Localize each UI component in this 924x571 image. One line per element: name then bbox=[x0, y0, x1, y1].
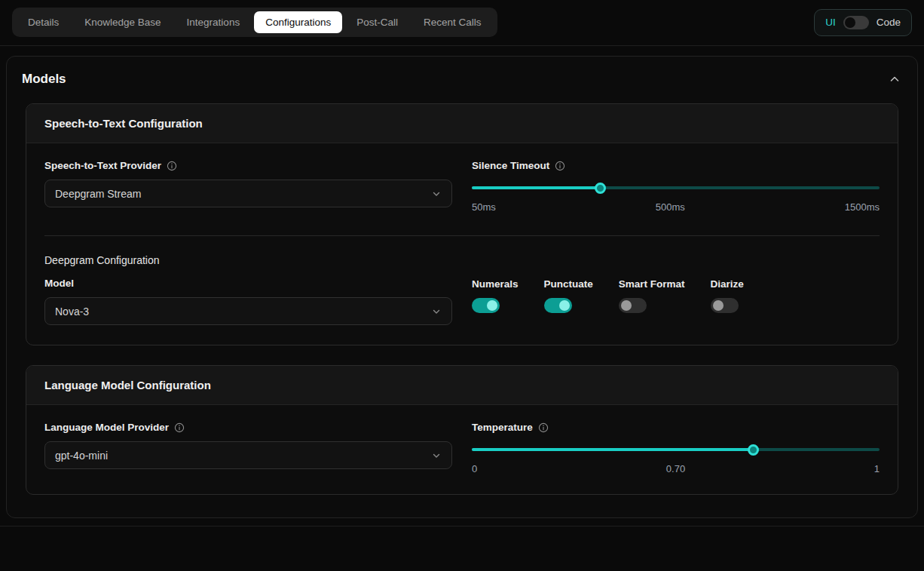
tab-bar: Details Knowledge Base Integrations Conf… bbox=[12, 8, 497, 37]
numerals-switch[interactable] bbox=[472, 298, 500, 313]
scale-mid: 500ms bbox=[656, 201, 685, 213]
stt-provider-select[interactable]: Deepgram Stream bbox=[44, 180, 452, 207]
stt-card-body: Speech-to-Text Provider Deepgram Stream bbox=[26, 143, 898, 345]
switch-knob bbox=[487, 300, 497, 311]
deepgram-model-field: Model Nova-3 bbox=[44, 278, 452, 325]
slider-handle[interactable] bbox=[595, 183, 606, 194]
stt-config-card: Speech-to-Text Configuration Speech-to-T… bbox=[26, 103, 898, 345]
smart-format-label: Smart Format bbox=[619, 278, 685, 290]
smart-format-switch[interactable] bbox=[619, 298, 647, 313]
llm-provider-label: Language Model Provider bbox=[44, 422, 169, 433]
tab-details[interactable]: Details bbox=[17, 11, 70, 33]
deepgram-toggles-row: Numerals Punctuate Smart Format Diarize bbox=[472, 278, 880, 325]
llm-config-card: Language Model Configuration Language Mo… bbox=[26, 365, 898, 495]
switch-knob bbox=[845, 17, 855, 28]
top-bar: Details Knowledge Base Integrations Conf… bbox=[0, 0, 924, 45]
tab-post-call[interactable]: Post-Call bbox=[345, 11, 409, 33]
silence-timeout-scale: 50ms 500ms 1500ms bbox=[472, 201, 880, 213]
llm-provider-select[interactable]: gpt-4o-mini bbox=[44, 441, 452, 469]
models-title: Models bbox=[22, 72, 66, 87]
tab-configurations[interactable]: Configurations bbox=[254, 11, 342, 33]
punctuate-toggle-group: Punctuate bbox=[544, 278, 593, 325]
chevron-down-icon bbox=[431, 306, 442, 317]
card-divider bbox=[44, 235, 880, 236]
scale-mid: 0.70 bbox=[666, 463, 685, 474]
punctuate-label: Punctuate bbox=[544, 278, 593, 290]
code-view-label[interactable]: Code bbox=[877, 17, 901, 28]
punctuate-switch[interactable] bbox=[544, 298, 572, 313]
stt-provider-value: Deepgram Stream bbox=[55, 188, 141, 200]
slider-fill bbox=[472, 448, 753, 451]
deepgram-config-title: Deepgram Configuration bbox=[44, 254, 880, 266]
info-icon[interactable] bbox=[538, 422, 549, 433]
scale-min: 50ms bbox=[472, 201, 496, 213]
temperature-field: Temperature 0 0.70 1 bbox=[472, 422, 880, 474]
numerals-toggle-group: Numerals bbox=[472, 278, 519, 325]
info-icon[interactable] bbox=[167, 161, 177, 171]
stt-provider-label: Speech-to-Text Provider bbox=[44, 160, 161, 171]
info-icon[interactable] bbox=[555, 161, 565, 171]
llm-provider-value: gpt-4o-mini bbox=[55, 450, 108, 462]
deepgram-model-value: Nova-3 bbox=[55, 305, 89, 318]
scale-max: 1 bbox=[874, 463, 880, 474]
silence-timeout-label: Silence Timeout bbox=[472, 160, 549, 171]
temperature-label: Temperature bbox=[472, 422, 533, 433]
deepgram-model-select[interactable]: Nova-3 bbox=[44, 297, 452, 325]
silence-timeout-slider[interactable] bbox=[472, 183, 880, 193]
top-divider bbox=[0, 45, 924, 46]
smart-format-toggle-group: Smart Format bbox=[619, 278, 685, 325]
scale-max: 1500ms bbox=[845, 201, 880, 213]
models-panel-header[interactable]: Models bbox=[7, 57, 917, 102]
ui-view-label[interactable]: UI bbox=[825, 17, 836, 28]
slider-fill bbox=[472, 186, 600, 189]
tab-integrations[interactable]: Integrations bbox=[176, 11, 252, 33]
llm-card-title: Language Model Configuration bbox=[26, 366, 898, 405]
diarize-switch[interactable] bbox=[711, 298, 739, 313]
ui-code-toggle-pill: UI Code bbox=[814, 9, 912, 36]
temperature-scale: 0 0.70 1 bbox=[472, 463, 880, 474]
tab-knowledge-base[interactable]: Knowledge Base bbox=[73, 11, 172, 33]
numerals-label: Numerals bbox=[472, 278, 519, 290]
stt-provider-field: Speech-to-Text Provider Deepgram Stream bbox=[44, 160, 452, 213]
diarize-label: Diarize bbox=[711, 278, 744, 290]
chevron-down-icon bbox=[431, 450, 442, 461]
switch-knob bbox=[621, 300, 632, 311]
temperature-slider[interactable] bbox=[472, 444, 880, 455]
stt-card-title: Speech-to-Text Configuration bbox=[26, 104, 898, 143]
llm-provider-field: Language Model Provider gpt-4o-mini bbox=[44, 422, 452, 474]
silence-timeout-field: Silence Timeout 50ms 500ms 1500ms bbox=[472, 160, 880, 213]
switch-knob bbox=[713, 300, 724, 311]
tab-recent-calls[interactable]: Recent Calls bbox=[412, 11, 493, 33]
scale-min: 0 bbox=[472, 463, 477, 474]
ui-code-switch[interactable] bbox=[843, 16, 869, 29]
slider-handle[interactable] bbox=[748, 444, 759, 456]
switch-knob bbox=[559, 300, 570, 311]
models-panel: Models Speech-to-Text Configuration Spee… bbox=[6, 56, 918, 518]
chevron-down-icon bbox=[431, 189, 442, 199]
llm-card-body: Language Model Provider gpt-4o-mini bbox=[26, 405, 898, 494]
deepgram-model-label: Model bbox=[44, 278, 74, 289]
bottom-divider bbox=[0, 526, 924, 526]
info-icon[interactable] bbox=[174, 422, 185, 433]
diarize-toggle-group: Diarize bbox=[711, 278, 744, 325]
collapse-chevron-up-icon[interactable] bbox=[889, 73, 901, 85]
